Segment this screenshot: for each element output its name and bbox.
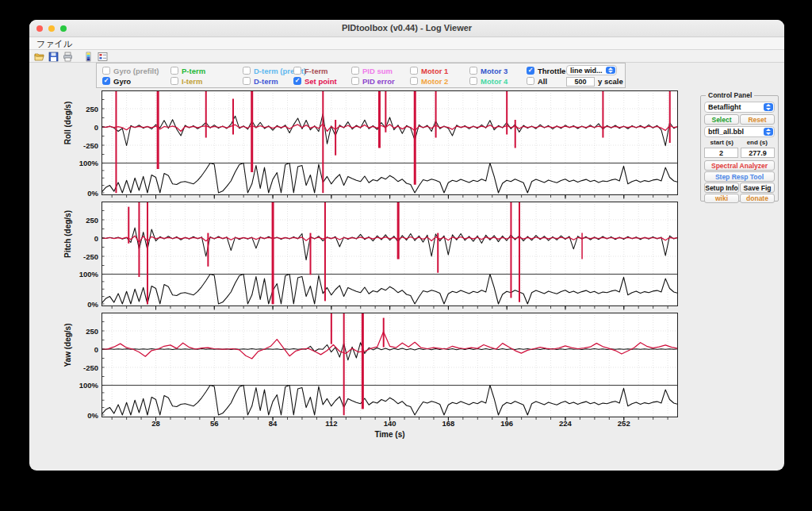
legend-item-label: Motor 1 [421, 67, 448, 75]
open-file-icon[interactable] [34, 51, 44, 61]
window-title: PIDtoolbox (v0.44) - Log Viewer [29, 23, 784, 33]
x-tick-label: 28 [151, 419, 160, 428]
colorbar-icon[interactable] [83, 51, 94, 61]
legend-item-motor-4[interactable]: Motor 4 [469, 76, 508, 86]
y-tick-label: -250 [71, 141, 98, 150]
pitch-plot: 2500-250100%0%Pitch (deg/s) [102, 202, 678, 306]
unchecked-checkbox-icon[interactable] [243, 67, 251, 75]
legend-item-label: Motor 4 [481, 77, 508, 86]
legend-item-label: Gyro [113, 77, 131, 86]
legend-item-p-term[interactable]: P-term [170, 66, 205, 75]
spectral-analyzer-button[interactable]: Spectral Analyzer [704, 160, 775, 171]
legend-item-pid-sum[interactable]: PID sum [351, 66, 393, 75]
setup-info-button[interactable]: Setup Info [704, 182, 739, 193]
dropdown-stepper-icon [606, 67, 615, 74]
step-resp-tool-button[interactable]: Step Resp Tool [704, 171, 775, 182]
legend-item-all[interactable]: All [527, 76, 547, 86]
toolbar [29, 50, 784, 63]
legend-item-label: All [538, 77, 547, 86]
legend-item-label: Gyro (prefilt) [113, 67, 159, 75]
unchecked-checkbox-icon[interactable] [469, 77, 477, 85]
pitch-axis-title: Pitch (deg/s) [63, 210, 72, 258]
end-time-input[interactable]: 277.9 [741, 148, 775, 158]
dropdown-stepper-icon [764, 103, 773, 111]
legend-item-pid-error[interactable]: PID error [351, 76, 395, 86]
y-tick-label: 0 [71, 123, 98, 132]
y-tick-label: 250 [71, 105, 98, 113]
y-scale-label: y scale [598, 77, 623, 86]
unchecked-checkbox-icon[interactable] [410, 77, 418, 85]
y-tick-label: -250 [71, 252, 98, 261]
unchecked-checkbox-icon[interactable] [527, 77, 534, 85]
start-time-label: start (s) [704, 139, 740, 147]
roll-plot: 2500-250100%0%Roll (deg/s) [102, 90, 678, 195]
save-fig-button[interactable]: Save Fig [740, 182, 775, 193]
donate-button[interactable]: donate [740, 194, 775, 203]
insert-legend-icon[interactable] [98, 51, 108, 61]
legend-item-label: F-term [304, 67, 328, 75]
x-axis-label: Time (s) [102, 430, 678, 439]
legend-item-set-point[interactable]: ✓Set point [293, 76, 337, 86]
x-tick-label: 56 [210, 419, 219, 428]
logfile-dropdown-value: btfl_all.bbl [705, 128, 763, 136]
legend-item-label: PID error [362, 77, 395, 86]
legend-item-f-term[interactable]: F-term [293, 66, 328, 75]
unchecked-checkbox-icon[interactable] [102, 67, 110, 75]
throttle-tick-label: 100% [71, 159, 98, 167]
print-icon[interactable] [63, 51, 73, 61]
dropdown-stepper-icon [764, 128, 773, 136]
menu-bar: ファイル [29, 37, 784, 50]
legend-item-gyro-prefilt-[interactable]: Gyro (prefilt) [102, 66, 159, 75]
throttle-tick-label: 0% [71, 300, 98, 309]
legend-item-motor-1[interactable]: Motor 1 [410, 66, 448, 75]
legend-item-label: Motor 2 [421, 77, 448, 86]
unchecked-checkbox-icon[interactable] [293, 67, 301, 75]
app-window: PIDtoolbox (v0.44) - Log Viewer ファイル Gyr… [29, 20, 784, 471]
line-width-dropdown[interactable]: line wid... [566, 65, 617, 75]
legend-item-label: P-term [182, 67, 205, 75]
x-tick-label: 112 [325, 419, 337, 428]
select-button[interactable]: Select [704, 114, 739, 125]
unchecked-checkbox-icon[interactable] [410, 67, 418, 75]
end-time-label: end (s) [740, 139, 776, 147]
legend-item-label: Motor 3 [481, 67, 508, 75]
x-tick-label: 252 [618, 419, 630, 428]
yaw-plot-canvas [102, 313, 678, 417]
control-panel: Control Panel Betaflight Select Reset bt… [700, 95, 779, 202]
title-bar: PIDtoolbox (v0.44) - Log Viewer [29, 20, 784, 37]
checked-checkbox-icon[interactable]: ✓ [293, 77, 301, 85]
legend-item-i-term[interactable]: I-term [170, 76, 202, 86]
checked-checkbox-icon[interactable]: ✓ [102, 77, 110, 85]
unchecked-checkbox-icon[interactable] [469, 67, 477, 75]
line-width-dropdown-value: line wid... [567, 67, 605, 75]
x-tick-label: 196 [500, 419, 513, 428]
unchecked-checkbox-icon[interactable] [351, 77, 359, 85]
y-tick-label: 0 [71, 345, 98, 354]
unchecked-checkbox-icon[interactable] [351, 67, 359, 75]
logfile-dropdown[interactable]: btfl_all.bbl [704, 126, 775, 137]
y-tick-label: 250 [71, 216, 98, 225]
throttle-tick-label: 100% [71, 381, 98, 390]
y-tick-label: 250 [71, 327, 98, 336]
unchecked-checkbox-icon[interactable] [243, 77, 251, 85]
reset-button[interactable]: Reset [740, 114, 775, 125]
roll-plot-canvas [102, 90, 678, 195]
legend-item-d-term[interactable]: D-term [243, 76, 278, 86]
y-scale-input[interactable]: 500 [566, 77, 595, 86]
unchecked-checkbox-icon[interactable] [170, 67, 178, 75]
checked-checkbox-icon[interactable]: ✓ [527, 67, 534, 75]
legend-item-label: Throttle [538, 67, 565, 75]
start-time-input[interactable]: 2 [704, 148, 738, 158]
unchecked-checkbox-icon[interactable] [170, 77, 178, 85]
x-tick-label: 224 [559, 419, 572, 428]
legend-item-label: PID sum [362, 67, 393, 75]
legend-item-motor-3[interactable]: Motor 3 [469, 66, 508, 75]
wiki-button[interactable]: wiki [704, 194, 739, 203]
menu-file[interactable]: ファイル [36, 38, 72, 50]
legend-item-motor-2[interactable]: Motor 2 [410, 76, 448, 86]
legend-item-gyro[interactable]: ✓Gyro [102, 76, 131, 86]
pitch-plot-canvas [102, 202, 678, 306]
legend-item-throttle[interactable]: ✓Throttle [527, 66, 565, 75]
firmware-dropdown[interactable]: Betaflight [704, 102, 775, 113]
save-icon[interactable] [48, 51, 59, 61]
